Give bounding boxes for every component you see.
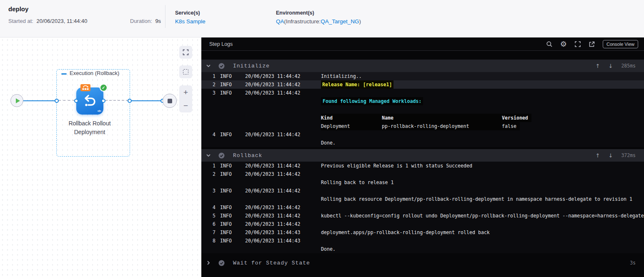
log-fullscreen-icon[interactable] (574, 41, 581, 47)
search-icon[interactable] (546, 41, 553, 47)
log-section-header[interactable]: Rollback↑↓372ms (201, 149, 644, 162)
infrastructure-prefix: (Infrastructure: (284, 18, 321, 25)
chevron-down-icon[interactable] (206, 153, 212, 158)
infrastructure-suffix: ) (359, 18, 361, 25)
scroll-to-bottom-icon[interactable]: ↓ (608, 63, 613, 69)
open-in-new-icon[interactable] (589, 41, 595, 47)
log-line-number: 3 (206, 187, 216, 195)
log-section-rollback: Rollback↑↓372ms1INFO20/06/2023 11:44:42P… (201, 149, 644, 253)
step-node-rollback-rollout-deployment[interactable]: </> (76, 87, 103, 115)
log-timestamp: 20/06/2023 11:44:43 (245, 230, 301, 235)
duration-value: 9s (155, 18, 161, 24)
log-row: 5INFO20/06/2023 11:44:42kubectl --kubeco… (201, 212, 644, 220)
table-header-cell: Name (382, 114, 502, 122)
log-level: INFO (220, 171, 232, 177)
log-timestamp: 20/06/2023 11:44:42 (245, 205, 301, 210)
log-line-number: 2 (206, 170, 216, 178)
log-timestamp: 20/06/2023 11:44:42 (245, 73, 301, 79)
log-line-number: 4 (206, 203, 216, 212)
zoom-in-button[interactable]: + (179, 86, 192, 99)
service-link[interactable]: K8s Sample (175, 18, 205, 25)
log-level: INFO (220, 213, 232, 219)
success-check-icon (218, 152, 225, 159)
section-duration: 3s (630, 260, 636, 266)
log-level: INFO (220, 163, 232, 169)
log-level: INFO (220, 221, 232, 227)
log-level: INFO (220, 205, 232, 210)
started-at-label: Started at: (8, 18, 33, 24)
pipeline-canvas[interactable]: Execution (Rollback) </> ✓ (0, 37, 201, 277)
log-row: Done. (201, 139, 644, 147)
log-timestamp: 20/06/2023 11:44:42 (245, 188, 301, 194)
log-level: INFO (220, 73, 232, 79)
log-panel-title: Step Logs (209, 41, 233, 47)
log-row (201, 105, 644, 114)
log-timestamp: 20/06/2023 11:44:42 (245, 221, 301, 227)
rollout-deployment-badge-icon (80, 84, 90, 91)
canvas-fullscreen-button[interactable] (179, 46, 192, 59)
settings-gear-icon[interactable]: ⚙ (560, 41, 567, 47)
log-section-header[interactable]: Initialize↑↓285ms (201, 60, 644, 72)
log-row: 4INFO20/06/2023 11:44:42 (201, 203, 644, 212)
log-section-rows: 1INFO20/06/2023 11:44:42Previous eligibl… (201, 162, 644, 253)
group-label: Execution (Rollback) (70, 70, 119, 76)
log-section-header[interactable]: Wait for Steady State3s (201, 257, 644, 269)
started-at: Started at: 20/06/2023, 11:44:40 (8, 18, 88, 24)
log-message: deployment.apps/pp-rollback-rolling-depl… (321, 228, 490, 237)
log-section-rows: 1INFO20/06/2023 11:44:42Initializing..2I… (201, 72, 644, 147)
scroll-to-top-icon[interactable]: ↑ (596, 152, 600, 159)
environments-label: Environment(s) (276, 10, 361, 16)
log-message: Deploymentpp-rollback-rolling-deployment… (321, 122, 520, 130)
marquee-select-icon (183, 69, 188, 75)
log-message: Initializing.. (321, 72, 362, 80)
section-duration: 285ms (621, 63, 636, 69)
log-line-number: 5 (206, 212, 216, 220)
scroll-to-bottom-icon[interactable]: ↓ (608, 152, 613, 159)
log-level: INFO (220, 82, 232, 87)
log-line-number: 1 (206, 162, 216, 170)
log-section-title: Initialize (233, 63, 270, 69)
pipeline-title: deploy (8, 5, 28, 12)
environments-column: Environment(s) QA(Infrastructure:QA_Targ… (276, 10, 361, 25)
log-row: 1INFO20/06/2023 11:44:42Previous eligibl… (201, 162, 644, 170)
chevron-right-icon[interactable] (206, 260, 212, 265)
group-collapse-icon[interactable] (61, 73, 67, 75)
log-section-meta: ↑↓285ms (596, 63, 636, 69)
log-timestamp: 20/06/2023 11:44:42 (245, 90, 301, 96)
log-level: INFO (220, 132, 232, 137)
table-header-cell: Kind (321, 114, 382, 122)
zoom-out-button[interactable]: − (179, 99, 192, 112)
infrastructure-link[interactable]: QA_Target_NG (321, 18, 359, 25)
duration-label: Duration: (130, 18, 152, 24)
start-node (10, 94, 23, 107)
log-timestamp: 20/06/2023 11:44:42 (245, 163, 301, 169)
log-section-initialize: Initialize↑↓285ms1INFO20/06/2023 11:44:4… (201, 60, 644, 147)
edge-group-to-end (131, 100, 161, 101)
play-icon (16, 98, 20, 103)
canvas-zoom-controls: + − (179, 85, 192, 112)
log-row: Found following Managed Workloads: (201, 97, 644, 105)
log-level: INFO (220, 90, 232, 96)
chevron-down-icon[interactable] (206, 63, 212, 68)
duration: Duration: 9s (130, 18, 161, 24)
log-row: Done. (201, 245, 644, 253)
log-message: Rolling back resource Deployment/pp-roll… (321, 195, 632, 203)
log-message: Done. (321, 245, 336, 253)
log-level: INFO (220, 230, 232, 235)
stop-icon (168, 99, 172, 103)
log-message: Done. (321, 139, 336, 147)
table-cell: pp-rollback-rolling-deployment (382, 122, 502, 130)
console-view-button[interactable]: Console View (603, 40, 638, 48)
log-line-number: 2 (206, 80, 216, 89)
scroll-to-top-icon[interactable]: ↑ (596, 63, 600, 69)
log-row: 3INFO20/06/2023 11:44:42 (201, 187, 644, 195)
success-check-badge: ✓ (100, 84, 108, 92)
log-row: 7INFO20/06/2023 11:44:43deployment.apps/… (201, 228, 644, 237)
log-message: KindNameVersioned (321, 114, 531, 122)
canvas-marquee-select-button[interactable] (179, 65, 192, 78)
log-row: 6INFO20/06/2023 11:44:42 (201, 220, 644, 228)
log-line-number: 3 (206, 89, 216, 97)
table-cell: Deployment (321, 122, 382, 130)
environment-link[interactable]: QA (276, 18, 284, 25)
section-duration: 372ms (621, 152, 636, 158)
